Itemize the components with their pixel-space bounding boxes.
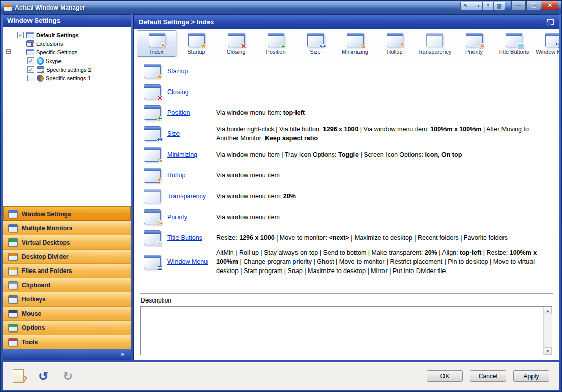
toolbar-scroll-right-icon[interactable]: › (555, 40, 558, 47)
startup-icon: ★ (188, 33, 205, 47)
tree-item-default-settings[interactable]: ✓Default Settings (4, 31, 130, 39)
settings-index-list: ★Startup×Closing+PositionVia window menu… (134, 58, 559, 292)
tree-item-exclusions[interactable]: Exclusions (4, 39, 130, 48)
titlebar-drag-area[interactable] (88, 1, 458, 14)
sidebar: Window Settings ✓Default SettingsExclusi… (3, 14, 131, 360)
move-to-monitor-title-button[interactable]: → (471, 2, 483, 10)
nav-item-desktop-divider[interactable]: Desktop Divider (3, 250, 131, 264)
startup-icon: ★ (144, 64, 161, 78)
settings-summary: Via window menu item (216, 171, 552, 180)
size-icon: ↔ (307, 33, 324, 47)
tree-item-specific-settings-1[interactable]: Specific settings 1 (4, 74, 130, 82)
description-scrollbar[interactable]: ▲ ▼ (543, 307, 552, 355)
window-menu-icon: ≡ (144, 255, 161, 269)
transparency-title-button[interactable]: ▨ (494, 2, 505, 10)
titlebar[interactable]: Actual Window Manager ↖→↑▨ —□× (1, 1, 561, 14)
settings-link-rollup[interactable]: Rollup (167, 172, 216, 179)
maximize-to-desktop-title-button[interactable]: ↖ (460, 2, 471, 10)
close-button[interactable]: × (542, 1, 558, 10)
settings-summary: Via border right-click | Via title butto… (216, 125, 552, 143)
settings-link-size[interactable]: Size (167, 130, 216, 137)
tree-item-label: Specific Settings (36, 49, 77, 55)
nav-item-label: Desktop Divider (22, 253, 68, 260)
index-row-transparency: TransparencyVia window menu item: 20% (144, 186, 552, 206)
scroll-up-icon[interactable]: ▲ (544, 307, 552, 314)
minimizing-icon: ↘ (144, 147, 161, 162)
nav-item-clipboard[interactable]: Clipboard (3, 278, 131, 292)
scrollbar-track[interactable] (544, 314, 552, 347)
settings-link-closing[interactable]: Closing (167, 88, 216, 96)
nav-overflow-bar[interactable]: » (3, 349, 131, 360)
nav-item-multiple-monitors[interactable]: Multiple Monitors (3, 221, 131, 235)
toolbar-item-size[interactable]: ↔Size (295, 30, 335, 57)
breadcrumb-text: Default Settings > Index (139, 18, 547, 26)
rollup-title-button[interactable]: ↑ (483, 2, 494, 10)
index-row-size: ↔SizeVia border right-click | Via title … (144, 123, 552, 144)
colors-ball-icon (37, 75, 44, 82)
scroll-down-icon[interactable]: ▼ (544, 347, 552, 355)
ok-button[interactable]: OK (427, 370, 463, 382)
tree-item-checkbox[interactable]: ✓ (27, 57, 34, 64)
toolbar-item-startup[interactable]: ★Startup (176, 30, 216, 57)
settings-link-startup[interactable]: Startup (167, 68, 216, 75)
tree-item-skype[interactable]: ✓SSkype (4, 56, 130, 65)
multiple-monitors-icon (8, 224, 18, 232)
rollup-icon: ↑ (387, 33, 403, 47)
index-row-minimizing: ↘MinimizingVia window menu item | Tray I… (144, 144, 552, 165)
settings-summary: Resize: 1296 x 1000 | Move to monitor: <… (216, 233, 552, 243)
transparency-icon (426, 33, 443, 47)
tree-item-checkbox[interactable] (27, 75, 34, 81)
priority-icon: ◷ (466, 33, 483, 47)
toolbar-item-rollup[interactable]: ↑Rollup (375, 30, 415, 57)
chevron-more-icon: » (121, 350, 125, 358)
undo-icon[interactable]: ↺ (38, 370, 48, 382)
files-and-folders-icon (8, 267, 18, 275)
index-row-position: +PositionVia window menu item: top-left (144, 102, 552, 123)
nav-item-hotkeys[interactable]: Hotkeys (3, 292, 131, 307)
edit-settings-icon (37, 66, 44, 73)
redo-icon[interactable]: ↻ (63, 370, 73, 382)
toolbar-item-label: Window Menu (536, 49, 559, 55)
comments-help-icon[interactable] (13, 369, 24, 383)
nav-item-mouse[interactable]: Mouse (3, 307, 131, 321)
nav-item-window-settings[interactable]: Window Settings (3, 207, 131, 221)
toolbar-item-title-buttons[interactable]: ▦Title Buttons (494, 30, 534, 57)
app-icon (4, 4, 12, 11)
index-row-priority: ◷PriorityVia window menu item (144, 206, 552, 227)
cancel-button[interactable]: Cancel (470, 370, 506, 382)
toolbar-item-transparency[interactable]: Transparency (415, 30, 454, 57)
toolbar-item-closing[interactable]: ×Closing (216, 30, 256, 57)
description-box[interactable]: ▲ ▼ (140, 306, 552, 355)
settings-link-title-buttons[interactable]: Title Buttons (167, 234, 216, 242)
tree-item-label: Specific settings 1 (46, 75, 91, 81)
nav-item-files-and-folders[interactable]: Files and Folders (3, 264, 131, 278)
main-panel: Default Settings > Index ↖Index★Startup×… (133, 14, 559, 360)
settings-link-priority[interactable]: Priority (167, 214, 216, 221)
minimize-button[interactable]: — (511, 1, 526, 10)
tree-item-specific-settings[interactable]: −Specific Settings (4, 48, 130, 56)
tree-item-checkbox[interactable]: ✓ (17, 32, 24, 38)
index-row-rollup: ↑RollupVia window menu item (144, 165, 552, 186)
settings-link-window-menu[interactable]: Window Menu (167, 258, 216, 265)
nav-item-tools[interactable]: Tools (3, 335, 131, 349)
nav-item-label: Multiple Monitors (22, 225, 72, 232)
tree-collapse-icon[interactable]: − (6, 49, 11, 54)
tree-item-specific-settings-2[interactable]: ✓Specific settings 2 (4, 65, 130, 74)
nav-item-virtual-desktops[interactable]: Virtual Desktops (3, 235, 131, 250)
undock-panel-icon[interactable] (547, 19, 554, 25)
settings-tree[interactable]: ✓Default SettingsExclusions−Specific Set… (3, 27, 131, 206)
toolbar-item-index[interactable]: ↖Index (137, 30, 176, 57)
desktop-divider-icon (8, 253, 18, 261)
nav-item-options[interactable]: Options (3, 321, 131, 335)
minimizing-icon: ↘ (347, 33, 364, 47)
tools-icon (8, 338, 18, 346)
maximize-button[interactable]: □ (526, 1, 541, 10)
settings-link-transparency[interactable]: Transparency (167, 193, 216, 200)
apply-button[interactable]: Apply (513, 370, 549, 382)
settings-link-minimizing[interactable]: Minimizing (167, 151, 216, 158)
settings-link-position[interactable]: Position (167, 109, 216, 116)
toolbar-item-minimizing[interactable]: ↘Minimizing (335, 30, 375, 57)
tree-item-checkbox[interactable]: ✓ (27, 66, 34, 73)
toolbar-item-position[interactable]: +Position (256, 30, 295, 57)
toolbar-item-priority[interactable]: ◷Priority (454, 30, 494, 57)
